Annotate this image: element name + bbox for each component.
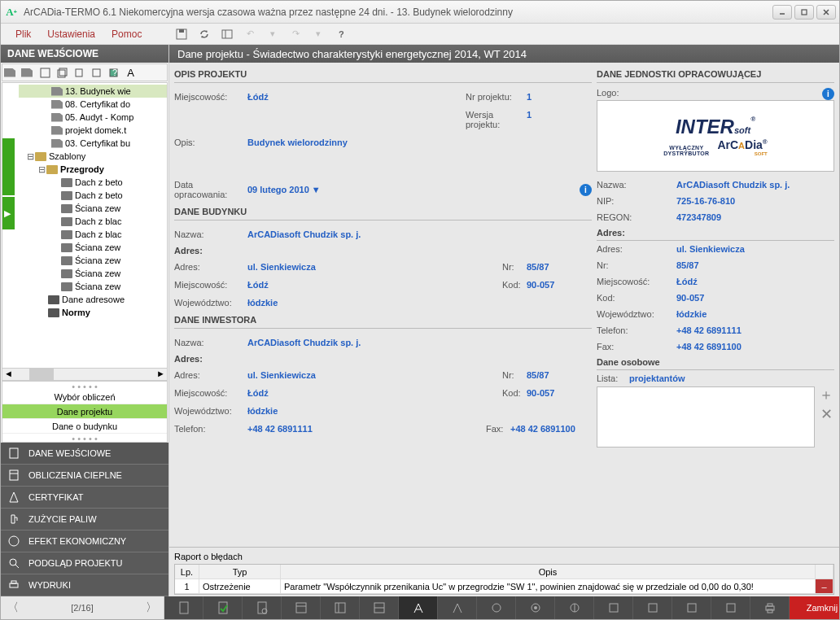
- save-icon[interactable]: [174, 27, 189, 41]
- value-woj-jedn[interactable]: łódzkie: [676, 309, 707, 319]
- nav-item-dane-budynku[interactable]: Dane o budynku: [2, 419, 167, 434]
- tb-save-icon[interactable]: [37, 65, 53, 80]
- tb-saveall-icon[interactable]: [55, 65, 70, 80]
- btmnav-dane-wejsciowe[interactable]: DANE WEJŚCIOWE: [1, 443, 168, 465]
- btmnav-wydruki[interactable]: WYDRUKI: [1, 574, 168, 596]
- value-lista[interactable]: projektantów: [629, 373, 685, 383]
- close-app-button[interactable]: Zamknij: [790, 596, 840, 619]
- tree-expand-arrow[interactable]: ▶: [2, 197, 15, 229]
- btmnav-podglad[interactable]: PODGLĄD PROJEKTU: [1, 552, 168, 574]
- tree-item[interactable]: Ściana zew: [19, 280, 167, 293]
- tb-open-icon[interactable]: [20, 65, 36, 80]
- tree-item[interactable]: Ściana zew: [19, 241, 167, 254]
- tree-folder-przegrody[interactable]: ⊟Przegrody: [19, 163, 167, 176]
- tree-item[interactable]: Dach z blac: [19, 215, 167, 228]
- project-tree[interactable]: ▶ 13. Budynek wie 08. Certyfikat do 05. …: [2, 82, 168, 381]
- value-miejscowosc[interactable]: Łódź: [247, 92, 269, 102]
- value-adres-jedn[interactable]: ul. Sienkiewicza: [676, 244, 745, 254]
- nav-item-wybor[interactable]: Wybór obliczeń: [2, 390, 167, 404]
- value-nr-projektu[interactable]: 1: [527, 92, 592, 102]
- tree-item[interactable]: Dach z beto: [19, 189, 167, 202]
- tree-item[interactable]: 03. Certyfikat bu: [19, 137, 167, 150]
- value-regon[interactable]: 472347809: [676, 212, 721, 222]
- fb-icon-14[interactable]: [672, 596, 711, 619]
- fb-icon-13[interactable]: [633, 596, 672, 619]
- tree-item[interactable]: Dach z blac: [19, 228, 167, 241]
- tb-compass-icon[interactable]: A: [123, 65, 138, 80]
- value-nr-budynku[interactable]: 85/87: [527, 262, 592, 272]
- tree-folder-normy[interactable]: Normy: [19, 306, 167, 319]
- value-nr-inwestor[interactable]: 85/87: [527, 370, 592, 380]
- logo-box[interactable]: INTERsoft® WYŁĄCZNYDYSTRYBUTOR ArCADia®S…: [597, 100, 834, 172]
- value-miejscowosc-budynku[interactable]: Łódź: [247, 280, 269, 290]
- refresh-icon[interactable]: [197, 27, 212, 41]
- tree-item[interactable]: 08. Certyfikat do: [19, 98, 167, 111]
- tb-help-icon[interactable]: ?: [106, 65, 121, 80]
- tree-item[interactable]: Ściana zew: [19, 202, 167, 215]
- value-wersja[interactable]: 1: [527, 110, 592, 129]
- value-nazwa-inwestor[interactable]: ArCADiasoft Chudzik sp. j.: [247, 338, 361, 347]
- btmnav-zuzycie[interactable]: ZUŻYCIE PALIW: [1, 509, 168, 530]
- value-miej-jedn[interactable]: Łódź: [676, 277, 698, 286]
- fb-icon-4[interactable]: [282, 596, 321, 619]
- fb-icon-12[interactable]: [594, 596, 633, 619]
- maximize-button[interactable]: [794, 5, 814, 20]
- redo-icon[interactable]: ↷: [288, 27, 303, 41]
- redo-dropdown-icon[interactable]: ▾: [311, 27, 326, 41]
- fb-icon-15[interactable]: [711, 596, 750, 619]
- value-nr-jedn[interactable]: 85/87: [676, 260, 699, 270]
- close-button[interactable]: [816, 5, 836, 20]
- value-nazwa-jedn[interactable]: ArCADiasoft Chudzik sp. j.: [676, 180, 790, 190]
- projektanci-listbox[interactable]: [597, 386, 815, 448]
- report-row[interactable]: 1 Ostrzeżenie Parametr "Współczynnik prz…: [175, 579, 833, 594]
- menu-settings[interactable]: Ustawienia: [39, 25, 103, 43]
- help-icon[interactable]: ?: [334, 27, 348, 41]
- value-kod-budynku[interactable]: 90-057: [527, 280, 592, 290]
- tree-item[interactable]: 13. Budynek wie: [19, 85, 167, 98]
- value-woj-inwestor[interactable]: łódzkie: [247, 406, 278, 416]
- fb-print-icon[interactable]: [750, 596, 790, 619]
- page-next-button[interactable]: 〉: [139, 600, 164, 615]
- tb-copy-icon[interactable]: [72, 65, 87, 80]
- btmnav-obliczenia[interactable]: OBLICZENIA CIEPLNE: [1, 465, 168, 487]
- fb-doc-icon[interactable]: [164, 596, 203, 619]
- tree-item[interactable]: Dach z beto: [19, 176, 167, 189]
- info-icon[interactable]: i: [580, 184, 592, 196]
- value-kod-inwestor[interactable]: 90-057: [527, 388, 592, 398]
- tree-item[interactable]: 05. Audyt - Komp: [19, 111, 167, 124]
- tb-import-icon[interactable]: [89, 65, 104, 80]
- menu-help[interactable]: Pomoc: [103, 25, 150, 43]
- tb-new-icon[interactable]: [3, 65, 19, 80]
- fb-icon-11[interactable]: [555, 596, 594, 619]
- value-woj-budynku[interactable]: łódzkie: [247, 298, 278, 308]
- fb-icon-9[interactable]: [477, 596, 516, 619]
- tree-item[interactable]: Ściana zew: [19, 254, 167, 267]
- value-tel-inwestor[interactable]: +48 42 6891111: [247, 424, 313, 434]
- page-prev-button[interactable]: 〈: [1, 600, 25, 615]
- undo-icon[interactable]: ↶: [243, 27, 257, 41]
- value-adres-inwestor[interactable]: ul. Sienkiewicza: [247, 370, 316, 380]
- nav-item-dane-projektu[interactable]: Dane projektu: [2, 404, 167, 419]
- delete-row-button[interactable]: –: [816, 579, 833, 593]
- value-data[interactable]: 09 lutego 2010 ▼: [247, 185, 321, 194]
- value-nazwa-budynku[interactable]: ArCADiasoft Chudzik sp. j.: [247, 229, 361, 239]
- menu-file[interactable]: Plik: [7, 25, 39, 43]
- fb-doc-check-icon[interactable]: [203, 596, 243, 619]
- tree-item[interactable]: Ściana zew: [19, 267, 167, 280]
- fb-icon-8[interactable]: [438, 596, 477, 619]
- value-nip[interactable]: 725-16-76-810: [676, 196, 735, 206]
- tree-folder-szablony[interactable]: ⊟Szablony: [19, 150, 167, 163]
- tree-folder-adresowe[interactable]: Dane adresowe: [19, 293, 167, 306]
- btmnav-certyfikat[interactable]: CERTYFIKAT: [1, 487, 168, 509]
- fb-icon-6[interactable]: [360, 596, 399, 619]
- value-kod-jedn[interactable]: 90-057: [676, 293, 704, 303]
- value-fax-inwestor[interactable]: +48 42 6891100: [510, 424, 592, 434]
- toggle-panel-icon[interactable]: [220, 27, 234, 41]
- value-fax-jedn[interactable]: +48 42 6891100: [676, 342, 742, 351]
- undo-dropdown-icon[interactable]: ▾: [265, 27, 280, 41]
- remove-button[interactable]: ✕: [818, 406, 834, 422]
- tree-item[interactable]: projekt domek.t: [19, 124, 167, 137]
- fb-icon-5[interactable]: [321, 596, 360, 619]
- fb-icon-10[interactable]: [516, 596, 555, 619]
- tree-hscroll[interactable]: ◄►: [2, 368, 167, 380]
